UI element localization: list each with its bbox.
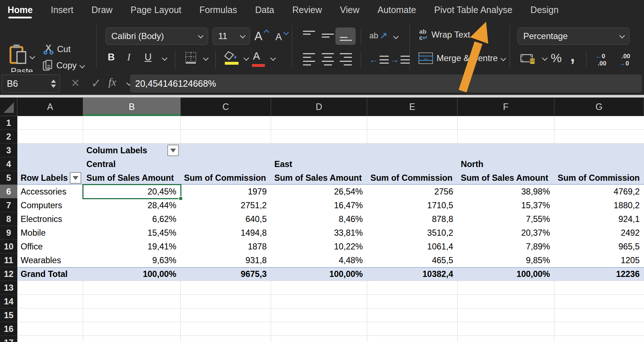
tab-formulas[interactable]: Formulas [199, 0, 237, 20]
borders-button[interactable] [185, 52, 197, 64]
cell-C9[interactable]: 1494,8 [184, 226, 267, 240]
name-box-spinner[interactable] [51, 80, 56, 88]
column-header-A[interactable]: A [17, 98, 83, 116]
row-header-16[interactable]: 16 [0, 322, 17, 336]
row-header-13[interactable]: 13 [0, 281, 17, 295]
column-header-E[interactable]: E [367, 98, 458, 116]
tab-home[interactable]: Home [8, 0, 33, 20]
cell-F8[interactable]: 7,55% [461, 212, 550, 226]
italic-button[interactable]: I [127, 52, 130, 63]
borders-chevron-icon[interactable] [203, 55, 209, 61]
row-header-10[interactable]: 10 [0, 240, 17, 253]
accounting-chevron-icon[interactable] [542, 55, 548, 61]
row-header-3[interactable]: 3 [0, 144, 17, 157]
increase-decimal-button[interactable]: .00 →0 [619, 53, 630, 67]
tab-pivot-table-analyse[interactable]: Pivot Table Analyse [434, 0, 512, 20]
cell-F11[interactable]: 9,85% [461, 253, 550, 267]
font-color-chevron-icon[interactable] [270, 55, 276, 61]
cell-D5[interactable]: Sum of Sales Amount [274, 171, 363, 185]
row-header-9[interactable]: 9 [0, 226, 17, 240]
decrease-font-size-button[interactable]: A [275, 31, 288, 43]
cell-D12[interactable]: 100,00% [274, 267, 363, 281]
cell-C7[interactable]: 2751,2 [184, 198, 267, 212]
cell-E7[interactable]: 1710,5 [370, 198, 453, 212]
tab-data[interactable]: Data [255, 0, 274, 20]
cell-B11[interactable]: 9,63% [86, 253, 176, 267]
filter-button-A5[interactable] [70, 172, 81, 184]
cell-C12[interactable]: 9675,3 [184, 267, 267, 281]
cell-G7[interactable]: 1880,2 [558, 198, 640, 212]
align-left-button[interactable] [303, 53, 315, 65]
row-header-2[interactable]: 2 [0, 130, 17, 144]
cell-A11[interactable]: Wearables [21, 253, 79, 267]
align-center-button[interactable] [322, 53, 334, 65]
cell-F4[interactable]: North [461, 157, 550, 171]
spinner-up-icon[interactable] [51, 80, 56, 83]
cell-B5[interactable]: Sum of Sales Amount [86, 171, 176, 185]
cell-A12[interactable]: Grand Total [21, 267, 79, 281]
cell-D7[interactable]: 16,47% [274, 198, 363, 212]
row-header-14[interactable]: 14 [0, 295, 17, 308]
cell-G11[interactable]: 1205 [558, 253, 640, 267]
select-all-button[interactable] [0, 98, 17, 116]
row-header-7[interactable]: 7 [0, 198, 17, 212]
fill-handle[interactable] [179, 196, 183, 201]
tab-view[interactable]: View [340, 0, 360, 20]
cell-C5[interactable]: Sum of Commission [184, 171, 267, 185]
font-family-select[interactable]: Calibri (Body) [106, 27, 208, 45]
cell-B10[interactable]: 19,41% [86, 240, 176, 253]
column-header-G[interactable]: G [554, 98, 644, 116]
cell-F6[interactable]: 38,98% [461, 185, 550, 198]
cell-D8[interactable]: 8,46% [274, 212, 363, 226]
cell-C6[interactable]: 1979 [184, 185, 267, 198]
bold-button[interactable]: B [108, 52, 115, 63]
row-header-5[interactable]: 5 [0, 171, 17, 185]
decrease-decimal-button[interactable]: ←0 .00 [596, 53, 606, 67]
fill-color-chevron-icon[interactable] [244, 55, 249, 61]
row-header-11[interactable]: 11 [0, 253, 17, 267]
tab-design[interactable]: Design [531, 0, 559, 20]
tab-insert[interactable]: Insert [51, 0, 73, 20]
accounting-format-button[interactable] [520, 53, 536, 65]
tab-page-layout[interactable]: Page Layout [130, 0, 181, 20]
cell-B3[interactable]: Column Labels [86, 144, 176, 157]
cell-B4[interactable]: Central [86, 157, 176, 171]
cell-D11[interactable]: 4,48% [274, 253, 363, 267]
cell-C11[interactable]: 931,8 [184, 253, 267, 267]
formula-input[interactable]: 20,454146124668% [130, 74, 642, 93]
cell-C10[interactable]: 1878 [184, 240, 267, 253]
align-right-button[interactable] [340, 53, 352, 65]
cell-E5[interactable]: Sum of Commission [370, 171, 453, 185]
cell-G12[interactable]: 12236 [558, 267, 640, 281]
tab-automate[interactable]: Automate [377, 0, 416, 20]
spinner-down-icon[interactable] [51, 85, 56, 88]
cell-B9[interactable]: 15,45% [86, 226, 176, 240]
cell-E9[interactable]: 3510,2 [370, 226, 453, 240]
wrap-text-button[interactable]: ab c↵ Wrap Text [419, 29, 478, 41]
row-header-8[interactable]: 8 [0, 212, 17, 226]
row-header-15[interactable]: 15 [0, 308, 17, 322]
copy-dropdown-chevron-icon[interactable] [80, 63, 85, 68]
cell-F12[interactable]: 100,00% [461, 267, 550, 281]
cell-B8[interactable]: 6,62% [86, 212, 176, 226]
cell-G5[interactable]: Sum of Commission [558, 171, 640, 185]
underline-chevron-icon[interactable] [162, 55, 168, 61]
cell-F7[interactable]: 15,37% [461, 198, 550, 212]
percent-style-button[interactable]: % [551, 51, 562, 65]
cell-E10[interactable]: 1061,4 [370, 240, 453, 253]
cell-F9[interactable]: 20,37% [461, 226, 550, 240]
copy-button[interactable]: Copy [43, 60, 84, 71]
increase-font-size-button[interactable]: A [254, 29, 269, 43]
cell-C8[interactable]: 640,5 [184, 212, 267, 226]
cell-grid[interactable]: Column LabelsCentralEastNorthRow LabelsS… [17, 116, 644, 342]
cell-F5[interactable]: Sum of Sales Amount [461, 171, 550, 185]
cell-A10[interactable]: Office [21, 240, 79, 253]
merge-centre-button[interactable]: ↔ Merge & Centre [418, 52, 505, 64]
insert-function-icon[interactable]: fx [108, 76, 116, 88]
decrease-indent-button[interactable]: ← [369, 55, 389, 65]
paste-button[interactable]: Paste [9, 44, 34, 76]
cell-G8[interactable]: 924,1 [558, 212, 640, 226]
tab-review[interactable]: Review [292, 0, 322, 20]
row-header-17[interactable]: 17 [0, 336, 17, 342]
column-header-D[interactable]: D [271, 98, 367, 116]
